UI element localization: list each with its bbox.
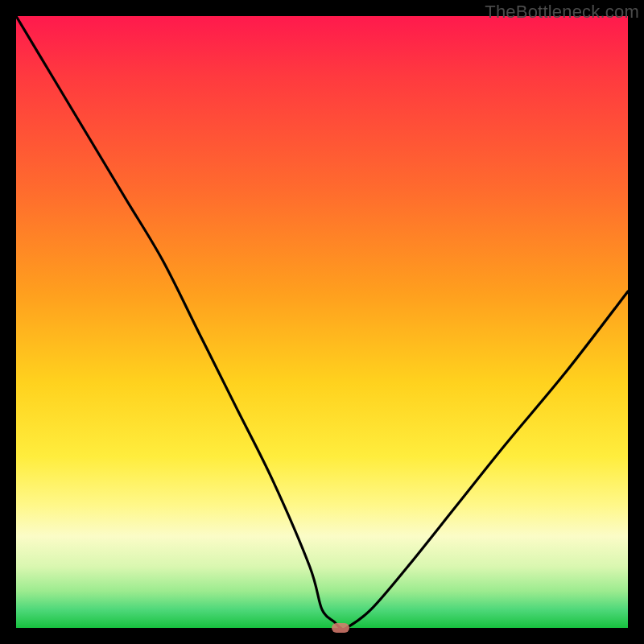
- watermark-text: TheBottleneck.com: [485, 2, 639, 23]
- chart-stage: TheBottleneck.com: [0, 0, 644, 644]
- plot-area: [16, 16, 628, 628]
- bottleneck-curve: [16, 16, 628, 628]
- minimum-marker: [332, 623, 349, 633]
